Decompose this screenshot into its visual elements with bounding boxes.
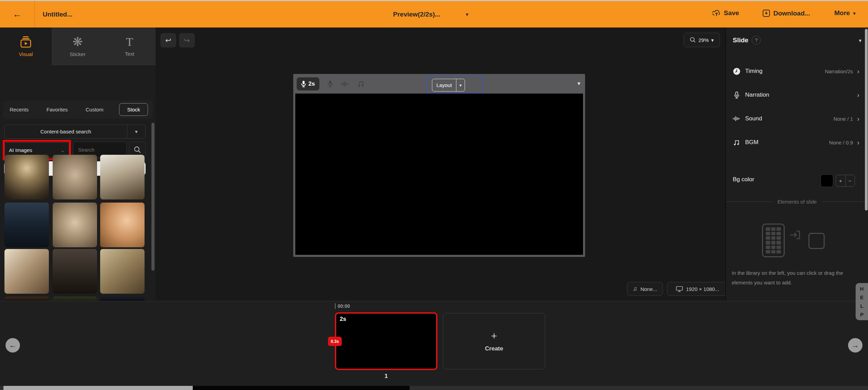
video-preview-area[interactable] xyxy=(295,94,583,255)
slide-bgm-button[interactable]: ♫ None... xyxy=(627,282,663,296)
scrollbar-dark-segment xyxy=(193,386,410,390)
search-icon xyxy=(134,146,141,153)
tab-visual[interactable]: Visual xyxy=(0,28,52,65)
properties-scrollbar[interactable] xyxy=(865,29,868,210)
undo-button[interactable]: ↩ xyxy=(160,33,176,47)
subtab-custom[interactable]: Custom xyxy=(84,104,106,115)
panel-collapse-caret-icon[interactable]: ▾ xyxy=(859,38,861,43)
download-button[interactable]: Download... xyxy=(762,9,810,17)
library-scrollbar[interactable] xyxy=(151,123,155,271)
narration-row[interactable]: Narration › xyxy=(733,89,859,101)
save-button[interactable]: Save xyxy=(712,9,739,17)
more-caret-icon: ▾ xyxy=(853,11,856,16)
more-button[interactable]: More ▾ xyxy=(834,9,856,17)
preview-dropdown[interactable]: Preview(2/2s)... ▾ xyxy=(393,1,468,28)
app-window: { "icons": { "back": "←", "caret_down": … xyxy=(0,0,868,390)
zoom-caret-icon: ▾ xyxy=(711,37,714,43)
bgm-value: None / 0.9 xyxy=(829,140,853,145)
stock-image-person-by-night-river[interactable] xyxy=(4,203,49,247)
resolution-value: 1920 × 1080... xyxy=(686,286,719,292)
timeline-next-button[interactable]: → xyxy=(848,338,862,353)
stock-image-couple-walking-foggy-forest[interactable] xyxy=(4,155,49,199)
sound-waveform-icon xyxy=(733,116,740,121)
layout-caret-icon: ▾ xyxy=(456,83,465,88)
clock-icon xyxy=(733,68,740,75)
help-letter: E xyxy=(860,293,864,302)
narration-mic-icon xyxy=(733,91,740,99)
mic-icon xyxy=(301,80,306,87)
bgm-chevron-icon: › xyxy=(857,139,859,147)
timing-row[interactable]: Timing Narration/2s › xyxy=(733,65,859,77)
transition-duration-badge[interactable]: 0.3s xyxy=(328,337,342,346)
tab-text[interactable]: T Text xyxy=(104,28,156,65)
stock-image-chef-plating-dish[interactable] xyxy=(100,155,145,199)
horizontal-scrollbar-thumb[interactable] xyxy=(3,386,193,390)
help-tab[interactable]: H E L P xyxy=(856,283,868,320)
bg-color-swatch[interactable] xyxy=(821,174,833,187)
help-question-icon[interactable]: ? xyxy=(752,36,761,45)
sound-row[interactable]: Sound None / 1 › xyxy=(733,113,859,124)
stock-image-grandfather-laughing-swing[interactable] xyxy=(100,249,145,294)
timeline: 00:00 2s 0.3s 1 + Create ← → xyxy=(0,301,868,386)
slide-bgm-value: None... xyxy=(641,286,657,292)
stock-image-hands-shaping-clay-heart[interactable] xyxy=(53,155,97,199)
resolution-button[interactable]: 1920 × 1080... xyxy=(667,282,728,296)
stock-image-cropped-thumbnail-3[interactable] xyxy=(100,296,145,301)
project-title[interactable]: Untitled... xyxy=(43,11,73,18)
tab-sticker-label: Sticker xyxy=(70,51,86,57)
content-based-search-dropdown[interactable]: Content-based search ▾ xyxy=(4,124,146,139)
stock-image-cropped-thumbnail-1[interactable] xyxy=(4,296,49,301)
bgm-note-icon: ♫ xyxy=(633,285,637,292)
visual-icon xyxy=(19,36,33,48)
download-icon xyxy=(762,9,770,17)
music-note-icon[interactable] xyxy=(358,80,364,87)
divider-line-right xyxy=(821,202,868,202)
stock-image-woman-with-phone-evening[interactable] xyxy=(53,249,97,294)
create-slide-button[interactable]: + Create xyxy=(443,313,545,369)
bg-color-minus-button[interactable]: − xyxy=(846,175,855,186)
stock-image-two-women-talking-cafe[interactable] xyxy=(4,249,49,294)
bgm-row[interactable]: BGM None / 0.9 › xyxy=(733,137,859,148)
library-subtabs: Recents Favorites Custom Stock xyxy=(3,100,153,119)
create-plus-icon: + xyxy=(491,330,497,342)
back-button[interactable]: ← xyxy=(0,9,34,20)
zoom-level: 29% xyxy=(698,37,709,43)
narration-duration-pill[interactable]: 2s xyxy=(297,77,319,90)
mic-muted-icon[interactable] xyxy=(328,80,333,87)
bg-color-plus-button[interactable]: + xyxy=(836,175,845,186)
slide-thumbnail-1[interactable]: 2s xyxy=(335,312,437,370)
preview-label: Preview(2/2s)... xyxy=(393,11,440,18)
timing-value: Narration/2s xyxy=(825,68,853,74)
minus-icon: − xyxy=(848,178,851,184)
timecode-label: 00:00 xyxy=(338,303,350,309)
layout-button[interactable]: Layout ▾ xyxy=(432,79,465,91)
subtab-recents[interactable]: Recents xyxy=(8,104,31,115)
undo-icon: ↩ xyxy=(166,36,171,44)
text-icon: T xyxy=(126,36,133,48)
timeline-prev-button[interactable]: ← xyxy=(6,338,20,353)
stock-image-hands-holding-flower-crack[interactable] xyxy=(53,203,97,247)
back-arrow-icon: ← xyxy=(13,9,22,20)
sticker-icon: ❋ xyxy=(72,36,83,48)
slide-properties-panel: Slide ? ▾ Timing Narration/2s › Narratio… xyxy=(726,28,868,301)
panel-header: Slide ? ▾ xyxy=(733,35,861,45)
zoom-control[interactable]: 29% ▾ xyxy=(684,33,720,47)
zoom-magnifier-icon xyxy=(690,37,696,43)
preview-caret-icon: ▾ xyxy=(466,12,468,17)
stock-image-child-with-dandelion-seed[interactable] xyxy=(100,203,145,247)
toolbar-collapse-caret-icon[interactable]: ▾ xyxy=(578,80,580,87)
subtab-stock[interactable]: Stock xyxy=(119,103,148,116)
tab-sticker[interactable]: ❋ Sticker xyxy=(52,28,104,65)
sound-wave-icon[interactable] xyxy=(341,81,349,87)
plus-icon: + xyxy=(839,178,842,184)
subtab-favorites[interactable]: Favorites xyxy=(44,104,70,115)
redo-button[interactable]: ↪ xyxy=(179,33,195,47)
stock-image-cropped-thumbnail-2[interactable] xyxy=(53,296,97,301)
horizontal-scrollbar[interactable] xyxy=(0,386,868,390)
category-chevron-icon: ⌄ xyxy=(61,148,65,153)
monitor-icon xyxy=(676,286,683,292)
library-grid-illustration-icon xyxy=(762,224,785,257)
category-value: AI Images xyxy=(9,147,32,153)
save-label: Save xyxy=(724,9,739,17)
content-based-search-label: Content-based search xyxy=(4,129,127,134)
